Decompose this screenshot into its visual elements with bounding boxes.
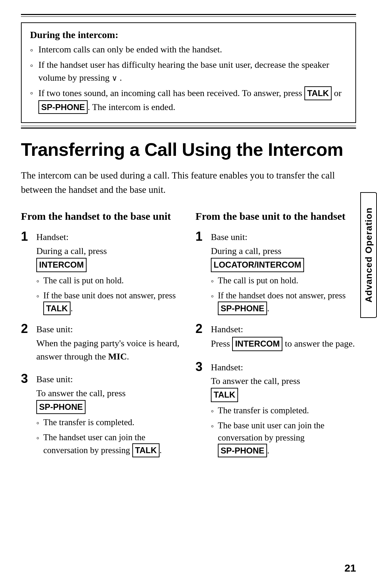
right-step-3: 3 Handset: To answer the call, pressTALK… — [195, 361, 356, 458]
bullet-icon: ◦ — [36, 290, 41, 302]
step-content-3-left: Base unit: To answer the call, pressSP-P… — [36, 373, 182, 457]
left-col-header: From the handset to the base unit — [21, 209, 182, 223]
step-bullet-3b-right: ◦ The base unit user can join the conver… — [211, 419, 356, 458]
step-desc-3-right: To answer the call, pressTALK — [211, 375, 356, 402]
step-number-3-right: 3 — [195, 360, 211, 374]
step-number-1-right: 1 — [195, 229, 211, 244]
bullet-icon: ◦ — [36, 432, 41, 444]
step-desc-1-right: During a call, pressLOCATOR/INTERCOM — [211, 245, 356, 272]
step-content-1-left: Handset: During a call, pressINTERCOM ◦ … — [36, 231, 182, 315]
step-bullet-3b-left: ◦ The handset user can join the conversa… — [36, 431, 182, 457]
notice-text-1: Intercom calls can only be ended with th… — [38, 43, 222, 56]
section-title: Transferring a Call Using the Intercom — [21, 139, 356, 160]
right-step-1: 1 Base unit: During a call, pressLOCATOR… — [195, 231, 356, 315]
notice-text-2: If the handset user has difficulty heari… — [38, 59, 347, 84]
bottom-line-thin — [21, 126, 356, 126]
notice-item-3: ◦ If two tones sound, an incoming call h… — [30, 86, 347, 114]
bullet-text-r1b: If the handset does not answer, press SP… — [218, 289, 356, 315]
step-desc-1-left: During a call, pressINTERCOM — [36, 245, 182, 272]
top-line-thin — [21, 16, 356, 17]
step-desc-3-left: To answer the call, pressSP-PHONE — [36, 387, 182, 414]
step-number-2-left: 2 — [21, 321, 36, 336]
right-col-header: From the base unit to the handset — [195, 209, 356, 223]
step-number-2-right: 2 — [195, 321, 211, 336]
step-content-2-right: Handset: Press INTERCOM to answer the pa… — [211, 323, 356, 353]
intro-text: The intercom can be used during a call. … — [21, 168, 356, 197]
step-content-3-right: Handset: To answer the call, pressTALK ◦… — [211, 361, 356, 458]
left-step-2: 2 Base unit: When the paging party's voi… — [21, 323, 182, 365]
notice-title: During the intercom: — [30, 29, 347, 41]
step-label-3-left: Base unit: — [36, 373, 182, 386]
left-step-1: 1 Handset: During a call, pressINTERCOM … — [21, 231, 182, 315]
step-label-3-right: Handset: — [211, 361, 356, 374]
two-col-layout: From the handset to the base unit 1 Hand… — [21, 209, 356, 465]
step-number-1-left: 1 — [21, 229, 36, 244]
step-desc-2-right: Press INTERCOM to answer the page. — [211, 337, 356, 351]
page-number: 21 — [345, 562, 356, 574]
bullet-text-r3a: The transfer is completed. — [218, 404, 309, 416]
bullet-icon: ◦ — [36, 417, 41, 429]
step-label-2-right: Handset: — [211, 323, 356, 336]
bullet-text-1a: The call is put on hold. — [43, 274, 124, 286]
bullet-text-r1a: The call is put on hold. — [218, 274, 298, 286]
step-label-1-right: Base unit: — [211, 231, 356, 244]
left-column: From the handset to the base unit 1 Hand… — [21, 209, 182, 465]
notice-box: During the intercom: ◦ Intercom calls ca… — [21, 22, 356, 123]
step-desc-2-left: When the paging party's voice is heard, … — [36, 337, 182, 363]
step-bullet-3a-right: ◦ The transfer is completed. — [211, 404, 356, 417]
notice-text-3: If two tones sound, an incoming call has… — [38, 86, 347, 114]
bullet-icon: ◦ — [211, 290, 216, 302]
step-bullet-1b-left: ◦ If the base unit does not answer, pres… — [36, 289, 182, 315]
step-label-2-left: Base unit: — [36, 323, 182, 336]
bullet-icon: ◦ — [211, 405, 216, 417]
step-content-2-left: Base unit: When the paging party's voice… — [36, 323, 182, 365]
side-tab: Advanced Operation — [360, 192, 377, 318]
step-content-1-right: Base unit: During a call, pressLOCATOR/I… — [211, 231, 356, 315]
bullet-text-3b: The handset user can join the conversati… — [43, 431, 182, 457]
step-label-1-left: Handset: — [36, 231, 182, 244]
step-number-3-left: 3 — [21, 371, 36, 386]
step-bullet-1a-right: ◦ The call is put on hold. — [211, 274, 356, 287]
bullet-icon: ◦ — [30, 87, 36, 100]
bullet-text-1b: If the base unit does not answer, press … — [43, 289, 182, 315]
side-tab-label: Advanced Operation — [363, 208, 374, 303]
bullet-icon: ◦ — [211, 420, 216, 432]
bullet-text-3a: The transfer is completed. — [43, 416, 134, 428]
left-step-3: 3 Base unit: To answer the call, pressSP… — [21, 373, 182, 457]
notice-item-2: ◦ If the handset user has difficulty hea… — [30, 59, 347, 84]
step-bullet-1b-right: ◦ If the handset does not answer, press … — [211, 289, 356, 315]
bullet-icon: ◦ — [30, 59, 36, 72]
step-bullet-3a-left: ◦ The transfer is completed. — [36, 416, 182, 429]
bullet-icon: ◦ — [30, 44, 36, 57]
bottom-line-thick — [21, 128, 356, 129]
bullet-icon: ◦ — [211, 275, 216, 287]
notice-item-1: ◦ Intercom calls can only be ended with … — [30, 43, 347, 57]
top-line-thick — [21, 14, 356, 15]
step-bullet-1a-left: ◦ The call is put on hold. — [36, 274, 182, 287]
right-step-2: 2 Handset: Press INTERCOM to answer the … — [195, 323, 356, 353]
bullet-text-r3b: The base unit user can join the conversa… — [218, 419, 356, 458]
bullet-icon: ◦ — [36, 275, 41, 287]
right-column: From the base unit to the handset 1 Base… — [195, 209, 356, 465]
